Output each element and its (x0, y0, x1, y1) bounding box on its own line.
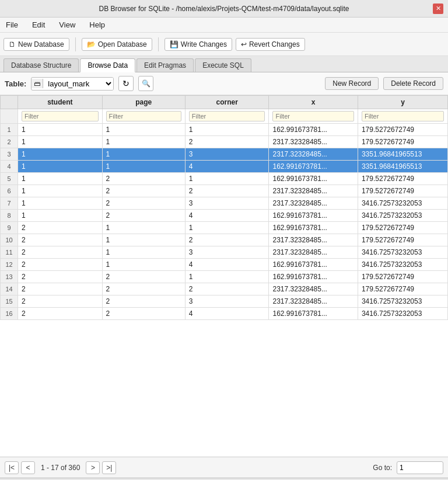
header-page[interactable]: page (102, 96, 185, 109)
cell-y[interactable]: 3351.96841965513 (358, 161, 447, 173)
cell-corner[interactable]: 2 (185, 283, 269, 295)
table-row[interactable]: 1111162.991673781...179.5272672749 (1, 124, 448, 136)
cell-corner[interactable]: 2 (185, 185, 269, 197)
cell-x[interactable]: 162.991673781... (269, 124, 358, 136)
tab-browse-data[interactable]: Browse Data (80, 58, 135, 72)
revert-changes-button[interactable]: ↩ Revert Changes (236, 38, 305, 51)
table-row[interactable]: 71232317.32328485...3416.72573232053 (1, 197, 448, 210)
cell-student[interactable]: 1 (18, 210, 103, 222)
prev-page-button[interactable]: < (21, 461, 35, 474)
goto-input[interactable] (397, 461, 443, 474)
cell-page[interactable]: 1 (102, 124, 185, 136)
cell-y[interactable]: 3416.72573232053 (358, 308, 447, 320)
cell-page[interactable]: 1 (102, 222, 185, 234)
table-row[interactable]: 21122317.32328485...179.5272672749 (1, 136, 448, 148)
write-changes-button[interactable]: 💾 Write Changes (164, 38, 232, 51)
cell-y[interactable]: 3416.72573232053 (358, 210, 447, 222)
cell-student[interactable]: 1 (18, 136, 103, 148)
menu-file[interactable]: File (2, 19, 22, 30)
cell-x[interactable]: 2317.32328485... (269, 295, 358, 308)
filter-student-input[interactable] (22, 111, 99, 121)
cell-y[interactable]: 179.5272672749 (358, 234, 447, 246)
header-corner[interactable]: corner (185, 96, 269, 109)
cell-student[interactable]: 2 (18, 308, 103, 320)
cell-x[interactable]: 2317.32328485... (269, 234, 358, 246)
tab-execute-sql[interactable]: Execute SQL (195, 58, 251, 72)
cell-corner[interactable]: 3 (185, 148, 269, 161)
cell-x[interactable]: 162.991673781... (269, 259, 358, 271)
last-page-button[interactable]: >| (102, 461, 116, 474)
table-row[interactable]: 16224162.991673781...3416.72573232053 (1, 308, 448, 320)
cell-student[interactable]: 2 (18, 259, 103, 271)
cell-student[interactable]: 1 (18, 148, 103, 161)
cell-student[interactable]: 1 (18, 161, 103, 173)
cell-x[interactable]: 162.991673781... (269, 161, 358, 173)
table-row[interactable]: 5121162.991673781...179.5272672749 (1, 173, 448, 185)
cell-x[interactable]: 162.991673781... (269, 271, 358, 283)
table-row[interactable]: 13221162.991673781...179.5272672749 (1, 271, 448, 283)
cell-y[interactable]: 3416.72573232053 (358, 246, 447, 259)
cell-student[interactable]: 2 (18, 283, 103, 295)
cell-corner[interactable]: 3 (185, 246, 269, 259)
filter-x-input[interactable] (272, 111, 354, 121)
filter-page[interactable] (102, 109, 185, 124)
cell-corner[interactable]: 2 (185, 136, 269, 148)
menu-help[interactable]: Help (86, 19, 108, 30)
cell-corner[interactable]: 4 (185, 259, 269, 271)
filter-button[interactable]: 🔍 (138, 76, 153, 91)
first-page-button[interactable]: |< (5, 461, 19, 474)
cell-student[interactable]: 2 (18, 222, 103, 234)
cell-student[interactable]: 1 (18, 124, 103, 136)
cell-y[interactable]: 179.5272672749 (358, 283, 447, 295)
cell-y[interactable]: 179.5272672749 (358, 124, 447, 136)
cell-x[interactable]: 2317.32328485... (269, 185, 358, 197)
cell-y[interactable]: 179.5272672749 (358, 271, 447, 283)
table-row[interactable]: 9211162.991673781...179.5272672749 (1, 222, 448, 234)
cell-student[interactable]: 1 (18, 173, 103, 185)
table-row[interactable]: 61222317.32328485...179.5272672749 (1, 185, 448, 197)
cell-corner[interactable]: 4 (185, 308, 269, 320)
table-row[interactable]: 8124162.991673781...3416.72573232053 (1, 210, 448, 222)
header-y[interactable]: y (358, 96, 447, 109)
new-database-button[interactable]: 🗋 New Database (4, 38, 69, 51)
cell-page[interactable]: 2 (102, 173, 185, 185)
cell-x[interactable]: 162.991673781... (269, 308, 358, 320)
cell-page[interactable]: 2 (102, 197, 185, 210)
cell-x[interactable]: 162.991673781... (269, 173, 358, 185)
cell-student[interactable]: 2 (18, 234, 103, 246)
cell-x[interactable]: 162.991673781... (269, 222, 358, 234)
cell-y[interactable]: 179.5272672749 (358, 222, 447, 234)
cell-page[interactable]: 1 (102, 148, 185, 161)
cell-y[interactable]: 179.5272672749 (358, 173, 447, 185)
table-row[interactable]: 112132317.32328485...3416.72573232053 (1, 246, 448, 259)
cell-x[interactable]: 2317.32328485... (269, 148, 358, 161)
table-row[interactable]: 142222317.32328485...179.5272672749 (1, 283, 448, 295)
header-x[interactable]: x (269, 96, 358, 109)
cell-page[interactable]: 2 (102, 295, 185, 308)
table-row[interactable]: 31132317.32328485...3351.96841965513 (1, 148, 448, 161)
cell-x[interactable]: 2317.32328485... (269, 136, 358, 148)
refresh-button[interactable]: ↻ (118, 76, 134, 91)
cell-x[interactable]: 2317.32328485... (269, 283, 358, 295)
filter-y[interactable] (358, 109, 447, 124)
header-student[interactable]: student (18, 96, 103, 109)
cell-corner[interactable]: 3 (185, 295, 269, 308)
cell-corner[interactable]: 1 (185, 173, 269, 185)
new-record-button[interactable]: New Record (325, 77, 379, 90)
menu-edit[interactable]: Edit (29, 19, 48, 30)
filter-student[interactable] (18, 109, 103, 124)
next-page-button[interactable]: > (86, 461, 100, 474)
cell-student[interactable]: 2 (18, 271, 103, 283)
filter-page-input[interactable] (106, 111, 181, 121)
cell-corner[interactable]: 1 (185, 124, 269, 136)
cell-page[interactable]: 2 (102, 271, 185, 283)
cell-student[interactable]: 2 (18, 246, 103, 259)
filter-y-input[interactable] (362, 111, 444, 121)
cell-x[interactable]: 2317.32328485... (269, 197, 358, 210)
table-row[interactable]: 12214162.991673781...3416.72573232053 (1, 259, 448, 271)
delete-record-button[interactable]: Delete Record (383, 77, 443, 90)
cell-corner[interactable]: 2 (185, 234, 269, 246)
cell-student[interactable]: 1 (18, 197, 103, 210)
filter-corner[interactable] (185, 109, 269, 124)
cell-page[interactable]: 2 (102, 283, 185, 295)
